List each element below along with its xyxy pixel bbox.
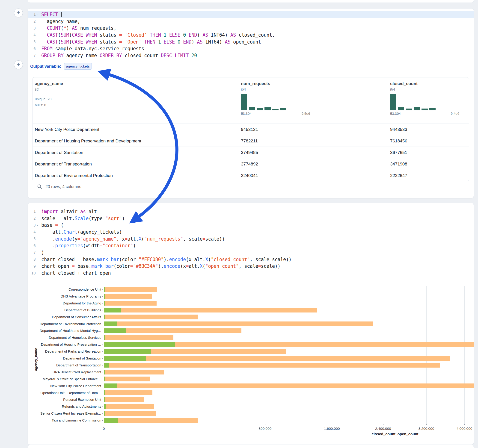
code-text: FROM sample_data.nyc.service_requests: [39, 46, 144, 51]
code-token: [83, 32, 86, 38]
code-line[interactable]: 4 CAST(SUM(CASE WHEN status = 'Closed' T…: [28, 31, 474, 38]
code-text: CAST(SUM(CASE WHEN status = 'Open' THEN …: [39, 39, 261, 45]
result-table: agency_namestrunique: 20nulls: 0num_requ…: [32, 77, 469, 181]
bar-open: [104, 301, 105, 305]
histogram-bar: [272, 109, 278, 110]
table-row[interactable]: Department of Housing Preservation and D…: [33, 135, 469, 147]
bar-closed: [104, 411, 156, 416]
histogram-range: 53,3049.4e6: [390, 112, 459, 115]
line-gutter: 6: [28, 47, 39, 51]
bar-open: [104, 342, 175, 347]
table-row[interactable]: Department of Sanitation37494853677651: [33, 147, 469, 158]
code-token: [41, 25, 47, 31]
bar-open: [104, 349, 151, 354]
table-cell: Department of Transportation: [33, 162, 239, 167]
sql-editor[interactable]: 1⌄SELECT 2 agency_name,3 COUNT(*) AS num…: [28, 11, 474, 59]
code-token: AS: [230, 32, 236, 38]
code-token: AS: [225, 39, 230, 45]
bar-open: [104, 418, 118, 423]
bar-closed: [104, 315, 198, 319]
histogram-bar: [390, 94, 396, 110]
y-axis-label: DHS Advantage Programs: [28, 294, 101, 298]
column-header[interactable]: agency_namestrunique: 20nulls: 0: [33, 77, 239, 124]
table-cell: Department of Sanitation: [33, 150, 239, 155]
y-tick-icon: [102, 331, 103, 331]
table-row[interactable]: Department of Transportation377489234719…: [33, 158, 469, 170]
y-axis-label: Department of Homeless Services: [28, 336, 101, 339]
code-line[interactable]: 6FROM sample_data.nyc.service_requests: [28, 45, 474, 52]
table-row[interactable]: Department of Environmental Protection22…: [33, 170, 469, 181]
code-token: [41, 39, 47, 45]
search-icon[interactable]: [37, 184, 42, 189]
range-max-label: 9.5e6: [301, 112, 310, 115]
y-tick-icon: [102, 324, 103, 324]
add-cell-button[interactable]: +: [14, 60, 23, 69]
code-token: agency_name: [63, 53, 100, 58]
y-tick-icon: [102, 351, 103, 352]
table-footer: 20 rows, 4 columns: [37, 184, 81, 189]
code-token: 1: [158, 39, 161, 45]
y-axis-label: Department of Sanitation: [28, 356, 101, 360]
column-header[interactable]: num_requestsi6453,3049.5e6: [239, 77, 388, 124]
bar-closed: [104, 404, 154, 409]
bar-open: [104, 370, 105, 374]
code-line[interactable]: 1⌄SELECT: [28, 11, 474, 18]
table-cell: 7782211: [239, 138, 388, 143]
bar-open: [104, 397, 105, 402]
code-token: =: [119, 39, 122, 45]
code-text: GROUP BY agency_name ORDER BY closed_cou…: [39, 53, 197, 58]
stat-line: unique: 20: [35, 96, 239, 102]
code-token: GROUP BY: [41, 53, 63, 58]
fold-caret-icon[interactable]: ⌄: [36, 11, 39, 18]
y-tick-icon: [102, 413, 103, 414]
code-token: THEN: [144, 39, 155, 45]
bar-open: [104, 287, 105, 292]
y-tick-icon: [102, 393, 103, 393]
code-token: INT64): [208, 32, 230, 38]
bar-closed: [104, 363, 440, 367]
output-variable-label: Output variable:: [30, 64, 61, 69]
histogram: [241, 94, 310, 110]
code-token: agency_name,: [41, 19, 80, 24]
y-axis-label: Personal Exemption Unit: [28, 398, 101, 401]
output-variable-chip[interactable]: agency_tickets: [64, 63, 92, 70]
code-token: [175, 39, 177, 45]
code-token: CASE: [72, 39, 83, 45]
y-axis-label: Department of Health and Mental Hyg…: [28, 329, 101, 333]
code-line[interactable]: 3 COUNT(*) AS num_requests,: [28, 25, 474, 31]
column-header[interactable]: closed_counti6453,3049.4e6: [388, 77, 469, 124]
python-cell: 1import altair as alt2scale = alt.Scale(…: [28, 203, 474, 445]
table-cell: Department of Housing Preservation and D…: [33, 138, 239, 143]
code-token: status: [97, 39, 119, 45]
code-token: ELSE: [169, 32, 180, 38]
line-number: 2: [33, 19, 36, 24]
code-text: CAST(SUM(CASE WHEN status = 'Closed' THE…: [39, 32, 275, 38]
x-tick-label: 3,200,000: [410, 427, 442, 431]
code-token: DESC: [161, 53, 172, 58]
table-row[interactable]: New York City Police Department945313194…: [33, 124, 469, 135]
y-axis-label: Mayorâ€ s Office of Special Enforce…: [28, 377, 101, 381]
histogram-bar: [264, 107, 271, 110]
y-tick-icon: [102, 289, 103, 290]
range-min-label: 53,304: [241, 112, 252, 115]
code-line[interactable]: 2 agency_name,: [28, 18, 474, 25]
bar-open: [104, 384, 117, 388]
code-token: [41, 32, 47, 38]
column-name: num_requests: [241, 81, 388, 86]
code-token: closed_count: [122, 53, 161, 58]
code-token: (: [69, 39, 72, 45]
code-token: CAST: [47, 32, 58, 38]
x-tick-label: 2,400,000: [367, 427, 399, 431]
y-tick-icon: [102, 379, 103, 380]
code-token: 1: [164, 32, 166, 38]
y-axis-label: HRA Benefit Card Replacement: [28, 370, 101, 374]
code-token: INT64): [202, 39, 225, 45]
code-token: ): [197, 32, 202, 38]
range-max-label: 9.4e6: [451, 112, 459, 115]
code-token: LIMIT: [175, 53, 189, 58]
code-line[interactable]: 5 CAST(SUM(CASE WHEN status = 'Open' THE…: [28, 38, 474, 45]
code-line[interactable]: 7GROUP BY agency_name ORDER BY closed_co…: [28, 52, 474, 59]
bar-closed: [104, 301, 157, 305]
y-axis-label: Operations Unit - Department of Hom…: [28, 391, 101, 395]
add-cell-button[interactable]: +: [14, 8, 23, 17]
